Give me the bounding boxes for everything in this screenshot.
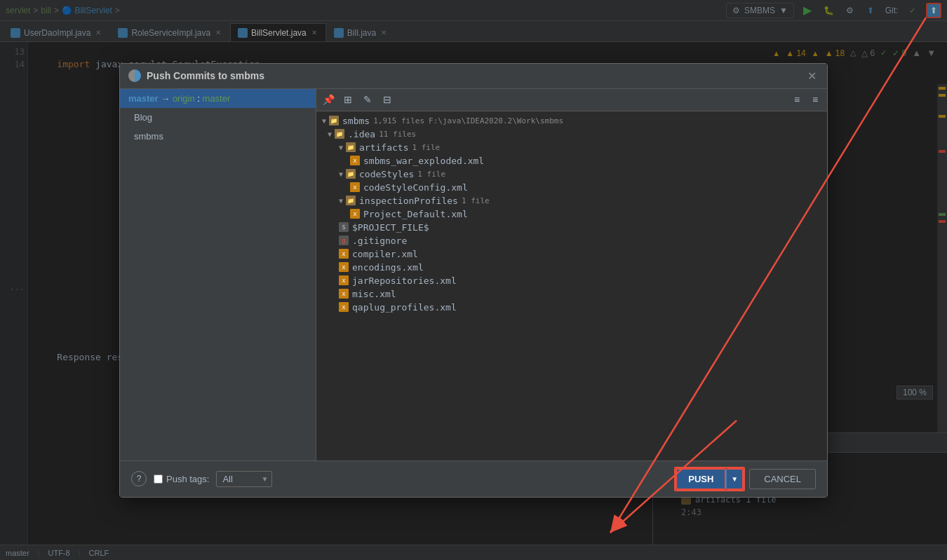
codestyles-label: codeStyles [359, 169, 414, 179]
project-default-label: Project_Default.xml [363, 209, 468, 219]
project-file-label: $PROJECT_FILE$ [352, 222, 429, 233]
modal-title-icon [128, 69, 141, 82]
tree-idea-folder[interactable]: ▼ 📁 .idea 11 files [316, 128, 827, 141]
edit-icon[interactable]: ✎ [360, 92, 375, 107]
pin-icon[interactable]: 📌 [321, 92, 336, 107]
modal-close-button[interactable]: ✕ [805, 69, 819, 83]
tree-jarrepos[interactable]: x jarRepositories.xml [316, 274, 827, 287]
compiler-label: compiler.xml [352, 249, 418, 259]
idea-folder-icon: 📁 [335, 129, 344, 139]
xml-file-icon4: x [339, 249, 349, 259]
tree-smbms-war[interactable]: x smbms_war_exploded.xml [316, 154, 827, 168]
idea-count: 11 files [379, 130, 416, 139]
codestyles-count: 1 file [417, 170, 445, 179]
settings2-icon[interactable]: ≡ [807, 92, 823, 107]
tree-codestyleconfig[interactable]: x codeStyleConfig.xml [316, 181, 827, 194]
proj-file-icon: $ [339, 222, 349, 232]
tree-root[interactable]: ▼ 📁 smbms 1,915 files F:\java\IDEA2020.2… [316, 114, 827, 128]
xml-file-icon3: x [350, 209, 360, 219]
tree-inspection-folder[interactable]: ▼ 📁 inspectionProfiles 1 file [316, 194, 827, 207]
tree-gitignore[interactable]: g .gitignore [316, 234, 827, 247]
branch-label: master [128, 93, 159, 104]
tree-project-file[interactable]: $ $PROJECT_FILE$ [316, 221, 827, 234]
artifacts-label: artifacts [359, 142, 408, 153]
modal-title: Push Commits to smbms [147, 70, 264, 81]
repo-smbms[interactable]: smbms [120, 127, 316, 146]
modal-body: master → origin : master Blog smbms 📌 ⊞ [120, 89, 827, 460]
misc-label: misc.xml [352, 289, 396, 299]
push-commits-modal: Push Commits to smbms ✕ master → origin … [119, 63, 828, 498]
root-count: 1,915 files [373, 116, 424, 125]
modal-left-panel: master → origin : master Blog smbms [120, 89, 316, 460]
push-tags-checkbox[interactable]: Push tags: [154, 474, 209, 484]
expand-arrow: ▼ [322, 117, 326, 125]
qaplug-label: qaplug_profiles.xml [352, 302, 457, 313]
group-icon[interactable]: ⊞ [340, 92, 356, 107]
sort-icon[interactable]: ≡ [789, 92, 805, 107]
target-label: master [203, 93, 231, 104]
file-tree: ▼ 📁 smbms 1,915 files F:\java\IDEA2020.2… [316, 111, 827, 317]
push-button-group: PUSH ▼ [674, 467, 745, 491]
details-icon[interactable]: ⊟ [380, 92, 395, 107]
inspection-label: inspectionProfiles [359, 196, 458, 206]
smbms-war-label: smbms_war_exploded.xml [363, 156, 484, 166]
push-tags-label: Push tags: [166, 474, 209, 484]
push-dropdown-button[interactable]: ▼ [726, 468, 744, 490]
root-folder-icon: 📁 [329, 116, 339, 125]
tree-encodings[interactable]: x encodings.xml [316, 261, 827, 274]
artifacts-count: 1 file [412, 143, 440, 152]
xml-file-icon6: x [339, 275, 349, 285]
gitignore-label: .gitignore [352, 235, 407, 246]
help-button[interactable]: ? [131, 471, 147, 486]
inspection-folder-icon: 📁 [346, 196, 356, 205]
jarrepos-label: jarRepositories.xml [352, 275, 457, 286]
tree-project-default[interactable]: x Project_Default.xml [316, 207, 827, 221]
modal-title-bar: Push Commits to smbms ✕ [120, 64, 827, 89]
origin-label: origin [173, 93, 195, 104]
push-tags-select-wrapper: All None Annotated ▼ [216, 471, 272, 487]
xml-file-icon7: x [339, 289, 349, 299]
push-tags-select[interactable]: All None Annotated [216, 471, 272, 487]
inspection-count: 1 file [462, 196, 490, 205]
modal-footer: ? Push tags: All None Annotated ▼ PUSH ▼ [120, 460, 827, 497]
tree-compiler[interactable]: x compiler.xml [316, 247, 827, 261]
codestyleconfig-label: codeStyleConfig.xml [363, 182, 468, 193]
root-label: smbms [342, 116, 370, 126]
xml-file-icon: x [350, 156, 360, 165]
cancel-button[interactable]: CANCEL [749, 469, 816, 489]
root-path: F:\java\IDEA2020.2\Work\smbms [429, 116, 563, 125]
push-tags-checkbox-input[interactable] [154, 474, 163, 484]
git-file-icon: g [339, 235, 349, 245]
codestyles-folder-icon: 📁 [346, 169, 356, 179]
idea-label: .idea [348, 129, 375, 139]
modal-overlay: Push Commits to smbms ✕ master → origin … [0, 0, 947, 560]
tree-artifacts-folder[interactable]: ▼ 📁 artifacts 1 file [316, 141, 827, 154]
modal-right-toolbar: 📌 ⊞ ✎ ⊟ ≡ ≡ [316, 89, 827, 111]
encodings-label: encodings.xml [352, 262, 424, 273]
commit-branch-item[interactable]: master → origin : master [120, 89, 316, 108]
artifacts-folder-icon: 📁 [346, 142, 356, 152]
modal-right-panel[interactable]: 📌 ⊞ ✎ ⊟ ≡ ≡ ▼ 📁 smbms 1,915 files [316, 89, 827, 460]
tree-misc[interactable]: x misc.xml [316, 287, 827, 301]
xml-file-icon8: x [339, 302, 349, 312]
tree-codestyles-folder[interactable]: ▼ 📁 codeStyles 1 file [316, 168, 827, 181]
push-button[interactable]: PUSH [676, 468, 726, 490]
xml-file-icon5: x [339, 262, 349, 272]
xml-file-icon2: x [350, 182, 360, 192]
tree-qaplug[interactable]: x qaplug_profiles.xml [316, 301, 827, 314]
repo-blog[interactable]: Blog [120, 108, 316, 127]
